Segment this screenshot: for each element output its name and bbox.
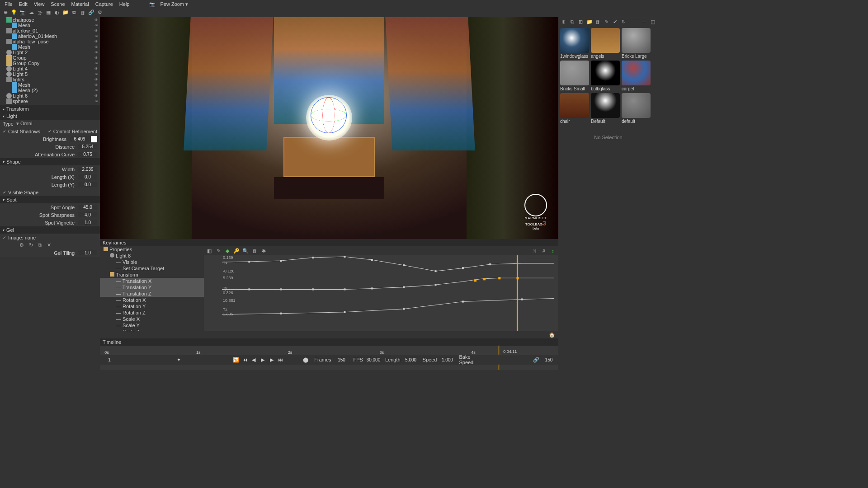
- menu-material[interactable]: Material: [69, 0, 92, 8]
- current-frame-input[interactable]: [103, 357, 116, 362]
- link-icon[interactable]: 🔗: [88, 9, 95, 16]
- skip-end-icon[interactable]: ⏭: [278, 356, 284, 363]
- kf-auto-icon[interactable]: ◆: [224, 247, 231, 254]
- material-item[interactable]: Bricks Small: [560, 61, 589, 91]
- mat-add-icon[interactable]: ⊕: [560, 18, 567, 25]
- material-item[interactable]: Bricks Large: [622, 28, 651, 59]
- skip-start-icon[interactable]: ⏮: [242, 356, 248, 363]
- add-camera-icon[interactable]: 📷: [19, 9, 26, 16]
- play-icon[interactable]: ▶: [259, 356, 266, 363]
- delete-icon[interactable]: 🗑: [79, 9, 86, 16]
- duplicate-icon[interactable]: ⧉: [71, 9, 78, 16]
- mat-trash-icon[interactable]: 🗑: [594, 18, 602, 25]
- menu-view[interactable]: View: [31, 0, 47, 8]
- gel-tiling-input[interactable]: [78, 250, 97, 255]
- outliner-item[interactable]: Light 6👁: [0, 93, 100, 99]
- section-spot[interactable]: Spot: [0, 196, 100, 203]
- length-input[interactable]: [402, 357, 420, 362]
- kf-tree-item[interactable]: Light 8: [100, 253, 204, 259]
- menu-help[interactable]: Help: [117, 0, 132, 8]
- spot-vig-input[interactable]: [78, 220, 97, 225]
- rotation-gizmo[interactable]: [311, 97, 347, 133]
- section-transform[interactable]: Transform: [0, 105, 100, 113]
- kf-tree-item[interactable]: — Scale Y: [100, 322, 204, 328]
- section-light[interactable]: Light: [0, 113, 100, 120]
- playhead[interactable]: [517, 255, 518, 331]
- bake-speed-button[interactable]: Bake Speed: [459, 354, 482, 365]
- menu-edit[interactable]: Edit: [16, 0, 30, 8]
- spot-angle-input[interactable]: [78, 205, 97, 210]
- mat-min-icon[interactable]: −: [641, 18, 648, 25]
- menu-scene[interactable]: Scene: [48, 0, 67, 8]
- material-item[interactable]: chair: [560, 93, 589, 124]
- mat-refresh-icon[interactable]: ↻: [620, 18, 627, 25]
- mat-check-icon[interactable]: ✔: [612, 18, 619, 25]
- outliner-item[interactable]: lights👁: [0, 77, 100, 82]
- mat-edit-icon[interactable]: ✎: [603, 18, 610, 25]
- folder-icon[interactable]: 📁: [62, 9, 69, 16]
- kf-tree-item[interactable]: — Translation X: [100, 278, 204, 284]
- mat-dup-icon[interactable]: ⧉: [569, 18, 576, 25]
- kf-tree-item[interactable]: Properties: [100, 246, 204, 253]
- gel-refresh-icon[interactable]: ↻: [27, 242, 34, 249]
- kf-tree-item[interactable]: Transform: [100, 272, 204, 278]
- kf-hash-icon[interactable]: #: [540, 247, 547, 254]
- fps-input[interactable]: [364, 357, 382, 362]
- add-sky-icon[interactable]: ☁: [28, 9, 35, 16]
- outliner-item[interactable]: Mesh (2)👁: [0, 88, 100, 93]
- viewport-camera-dropdown[interactable]: 📷 Pew Zoom ▾: [146, 0, 193, 9]
- leny-input[interactable]: [78, 182, 97, 187]
- mat-folder-icon[interactable]: 📁: [586, 18, 593, 25]
- outliner-item[interactable]: Light 4👁: [0, 66, 100, 71]
- gel-clear-icon[interactable]: ✕: [45, 242, 52, 249]
- settings-icon[interactable]: ⚙: [96, 9, 104, 16]
- kf-search-icon[interactable]: 🔍: [242, 247, 249, 254]
- outliner-item[interactable]: Group👁: [0, 55, 100, 61]
- add-shadow-icon[interactable]: ◐: [53, 9, 61, 16]
- loop-icon[interactable]: 🔁: [233, 356, 239, 363]
- outliner-item[interactable]: alpha_low_pose👁: [0, 39, 100, 44]
- kf-tree-item[interactable]: — Set Camera Target: [100, 265, 204, 272]
- section-shape[interactable]: Shape: [0, 158, 100, 165]
- frames-input[interactable]: [333, 357, 351, 362]
- spot-sharp-input[interactable]: [78, 212, 97, 217]
- kf-tree-item[interactable]: — Rotation Y: [100, 303, 204, 310]
- home-icon[interactable]: 🏠: [548, 331, 556, 338]
- outliner-item[interactable]: Light 5👁: [0, 71, 100, 77]
- outliner-item[interactable]: Mesh👁: [0, 44, 100, 50]
- distance-input[interactable]: [78, 144, 97, 149]
- kf-key-icon[interactable]: 🔑: [233, 247, 240, 254]
- menu-file[interactable]: File: [2, 0, 15, 8]
- gel-copy-icon[interactable]: ⧉: [36, 242, 43, 249]
- kf-delete-icon[interactable]: 🗑: [251, 247, 258, 254]
- gel-gear-icon[interactable]: ⚙: [18, 242, 25, 249]
- lenx-input[interactable]: [78, 174, 97, 179]
- kf-tree-item[interactable]: — Scale X: [100, 316, 204, 322]
- outliner-item[interactable]: chairpose👁: [0, 17, 100, 23]
- material-item[interactable]: carpet: [622, 61, 651, 91]
- step-fwd-icon[interactable]: ▶: [269, 356, 275, 363]
- outliner-item[interactable]: Mesh👁: [0, 23, 100, 28]
- curve-editor[interactable]: ◧ ✎ ◆ 🔑 🔍 🗑 ✱ ⤭ # ↕: [204, 246, 558, 331]
- material-item[interactable]: bulbglass: [591, 61, 620, 91]
- kf-edit-icon[interactable]: ✎: [215, 247, 222, 254]
- mat-grid-icon[interactable]: ⊞: [577, 18, 585, 25]
- keyframes-header[interactable]: Keyframes: [100, 239, 558, 246]
- add-object-icon[interactable]: ⊕: [2, 9, 9, 16]
- step-back-icon[interactable]: ◀: [251, 356, 257, 363]
- range-slider[interactable]: [100, 365, 558, 370]
- material-item[interactable]: Default: [591, 93, 620, 124]
- attenuation-input[interactable]: [78, 152, 97, 157]
- kf-snap-icon[interactable]: ↕: [549, 247, 557, 254]
- kf-tree-item[interactable]: — Translation Y: [100, 284, 204, 291]
- keyframe-tree[interactable]: PropertiesLight 8— Visible— Set Camera T…: [100, 246, 204, 331]
- kf-shuffle-icon[interactable]: ⤭: [531, 247, 538, 254]
- light-color-swatch[interactable]: [91, 136, 97, 142]
- gel-image-checkbox[interactable]: Image: none: [3, 235, 36, 240]
- end-frame-input[interactable]: [542, 357, 556, 362]
- mat-layout-icon[interactable]: ◫: [649, 18, 656, 25]
- outliner-item[interactable]: Light 2👁: [0, 50, 100, 55]
- outliner-item[interactable]: alterlow_01👁: [0, 28, 100, 33]
- add-mesh-icon[interactable]: ▦: [45, 9, 52, 16]
- section-gel[interactable]: Gel: [0, 226, 100, 234]
